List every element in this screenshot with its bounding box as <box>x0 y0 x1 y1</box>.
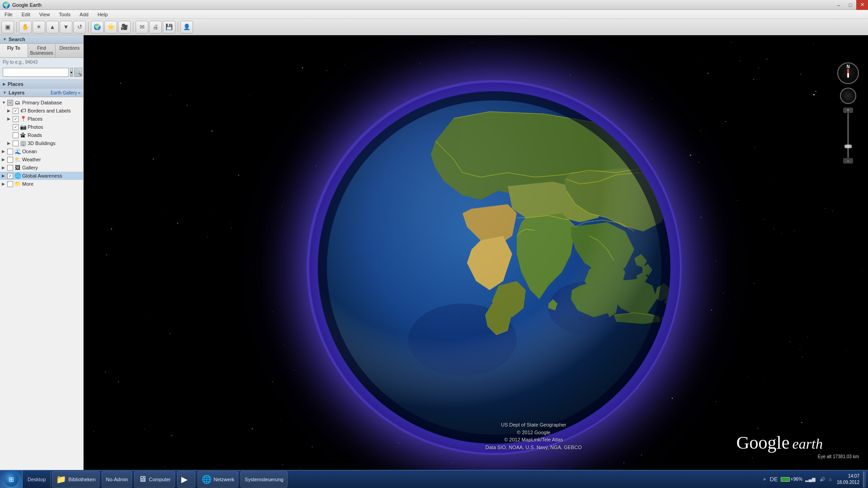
menu-add[interactable]: Add <box>77 11 91 18</box>
tree-checkbox[interactable]: ✓ <box>13 124 19 130</box>
show-desktop-button[interactable] <box>863 471 866 488</box>
minimize-button[interactable]: – <box>833 0 844 10</box>
locale-indicator: » <box>762 477 767 482</box>
tree-item-icon: 🖼 <box>14 164 21 171</box>
toolbar-sep3 <box>133 22 133 33</box>
close-button[interactable]: ✕ <box>856 0 868 10</box>
search-input[interactable] <box>3 68 69 77</box>
taskbar-media[interactable]: ▶ <box>177 471 195 488</box>
menu-view[interactable]: View <box>37 11 52 18</box>
menu-tools[interactable]: Tools <box>57 11 73 18</box>
clock-date: 18.09.2012 <box>837 479 859 486</box>
map-area[interactable]: N + – US Dept of State Geographer © 2012… <box>84 35 868 478</box>
tree-item-label: Places <box>28 116 42 122</box>
tab-fly-to[interactable]: Fly To <box>0 44 28 57</box>
search-header[interactable]: ▼ Search <box>0 35 83 44</box>
save-image-button[interactable]: 💾 <box>163 21 175 33</box>
layer-item-3d-buildings[interactable]: ▶🏢3D Buildings <box>0 139 83 147</box>
tree-checkbox[interactable] <box>7 181 13 187</box>
tab-find-businesses[interactable]: Find Businesses <box>28 44 56 57</box>
menu-help[interactable]: Help <box>95 11 110 18</box>
menu-edit[interactable]: Edit <box>19 11 33 18</box>
tree-checkbox[interactable] <box>13 132 19 138</box>
tree-expand-icon[interactable]: ▶ <box>2 174 7 178</box>
places-header[interactable]: ▶ Places <box>0 80 83 88</box>
tilt-down-button[interactable]: ▼ <box>60 21 72 33</box>
earth-globe[interactable] <box>318 91 670 444</box>
earth-gallery-button[interactable]: Earth Gallery » <box>51 90 80 95</box>
tree-item-label: Borders and Labels <box>28 108 71 113</box>
layer-item-ocean[interactable]: ▶🌊Ocean <box>0 147 83 155</box>
layer-item-weather[interactable]: ▶⛅Weather <box>0 155 83 164</box>
titlebar-left: 🌍 Google Earth <box>0 1 42 9</box>
tree-checkbox[interactable]: – <box>7 100 13 106</box>
tree-expand-icon[interactable]: ▼ <box>2 100 7 105</box>
sidebar-toggle-button[interactable]: ▣ <box>1 21 14 33</box>
desktop-button[interactable]: Desktop <box>23 471 51 488</box>
titlebar-controls: – □ ✕ <box>833 0 868 10</box>
attribution-line4: Data SIO, NOAA, U.S. Navy, NGA, GEBCO <box>486 444 582 451</box>
tilt-up-button[interactable]: ▲ <box>46 21 59 33</box>
zoom-track[interactable] <box>847 113 849 158</box>
email-button[interactable]: ✉ <box>136 21 148 33</box>
layer-item-primary-db[interactable]: ▼–🗂Primary Database <box>0 99 83 107</box>
print-button[interactable]: 🖨 <box>149 21 162 33</box>
taskbar-computer[interactable]: 🖥 Computer <box>134 471 175 488</box>
tree-item-icon: ⛅ <box>14 156 21 163</box>
computer-label: Computer <box>149 477 170 482</box>
zoom-slider-container: + – <box>843 108 853 164</box>
tree-checkbox[interactable] <box>13 141 19 146</box>
tree-expand-icon[interactable]: ▶ <box>2 182 7 186</box>
layer-item-photos[interactable]: ✓📷Photos <box>0 123 83 131</box>
nav-hand-button[interactable]: ✋ <box>19 21 32 33</box>
tree-expand-icon[interactable]: ▶ <box>7 141 13 145</box>
taskbar-no-admin[interactable]: No-Admin <box>102 471 132 488</box>
tree-checkbox[interactable] <box>7 149 13 155</box>
search-go-button[interactable]: 🔍 <box>74 68 82 77</box>
earth-gallery-label: Earth Gallery <box>51 90 77 95</box>
earth-view-button[interactable]: 🌍 <box>91 21 104 33</box>
tree-expand-icon[interactable]: ▶ <box>7 117 13 121</box>
tree-expand-icon[interactable]: ▶ <box>7 108 13 113</box>
reset-north-button[interactable]: ↺ <box>73 21 86 33</box>
maximize-button[interactable]: □ <box>844 0 856 10</box>
record-tour-button[interactable]: 🎥 <box>118 21 131 33</box>
zoom-out-button[interactable]: – <box>843 158 853 164</box>
tree-expand-icon[interactable]: ▶ <box>2 165 7 170</box>
tree-checkbox[interactable]: ✓ <box>7 173 13 179</box>
compass-ring[interactable]: N <box>837 62 859 84</box>
street-view-button[interactable]: 👤 <box>180 21 193 33</box>
layer-item-roads[interactable]: 🛣Roads <box>0 131 83 139</box>
layer-item-places[interactable]: ▶✓📍Places <box>0 115 83 123</box>
sky-view-button[interactable]: ⭐ <box>104 21 117 33</box>
tree-checkbox[interactable]: ✓ <box>13 108 19 114</box>
search-section: ▼ Search Fly To Find Businesses Directio… <box>0 35 83 80</box>
zoom-ring[interactable] <box>840 88 856 104</box>
layer-item-more[interactable]: ▶📁More <box>0 180 83 188</box>
layer-item-borders[interactable]: ▶✓🏷Borders and Labels <box>0 107 83 115</box>
system-clock[interactable]: 14:07 18.09.2012 <box>835 473 862 486</box>
menu-file[interactable]: File <box>2 11 15 18</box>
zoom-in-button[interactable]: + <box>843 108 853 113</box>
sun-angle-button[interactable]: ☀ <box>33 21 45 33</box>
tree-checkbox[interactable] <box>7 157 13 163</box>
layer-item-global-awareness[interactable]: ▶✓🌐Global Awareness <box>0 172 83 180</box>
layers-header[interactable]: ▼ Layers Earth Gallery » <box>0 89 83 97</box>
layer-item-gallery[interactable]: ▶🖼Gallery <box>0 164 83 172</box>
tree-item-label: Primary Database <box>22 100 62 105</box>
taskbar-systemsteuerung[interactable]: Systemsteuerung <box>241 471 288 488</box>
layers-tree: ▼–🗂Primary Database▶✓🏷Borders and Labels… <box>0 97 83 478</box>
tree-item-label: Photos <box>28 124 43 130</box>
tree-checkbox[interactable] <box>7 165 13 171</box>
tree-expand-icon[interactable]: ▶ <box>2 149 7 154</box>
left-panel: ▼ Search Fly To Find Businesses Directio… <box>0 35 84 478</box>
tree-expand-icon[interactable]: ▶ <box>2 157 7 162</box>
tab-directions[interactable]: Directions <box>56 44 83 57</box>
attribution: US Dept of State Geographer © 2012 Googl… <box>486 421 582 451</box>
tree-checkbox[interactable]: ✓ <box>13 116 19 122</box>
start-button[interactable]: ⊞ <box>0 470 23 488</box>
taskbar-explorer[interactable]: 📁 Bibliotheken <box>52 471 99 488</box>
search-dropdown-button[interactable]: ▾ <box>70 68 73 77</box>
zoom-thumb[interactable] <box>844 145 852 148</box>
taskbar-netzwerk[interactable]: 🌐 Netzwerk <box>198 471 239 488</box>
